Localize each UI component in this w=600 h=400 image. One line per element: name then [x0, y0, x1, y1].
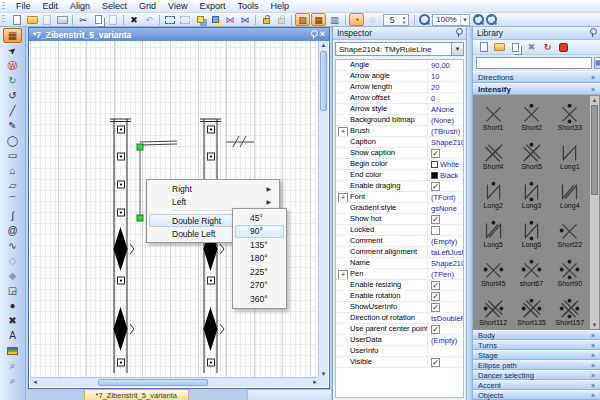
s-curve-tool[interactable]: ∫: [3, 208, 22, 223]
property-value[interactable]: ✓: [428, 292, 463, 301]
copy-button[interactable]: [91, 13, 105, 26]
library-item-long6[interactable]: Long6: [512, 214, 550, 253]
unlock-button[interactable]: [274, 13, 288, 26]
property-row-userdata[interactable]: UserData(Empty): [336, 335, 463, 346]
ellipse-tool[interactable]: ◯: [3, 133, 22, 148]
pin-icon[interactable]: [310, 30, 317, 39]
menu-help[interactable]: Help: [264, 0, 295, 12]
property-row-end-color[interactable]: End colorBlack: [336, 170, 463, 181]
library-section-turns[interactable]: Turns»: [473, 340, 600, 350]
property-row-background-bitmap[interactable]: Background bitmap(None): [336, 115, 463, 126]
dot-tool[interactable]: ●: [3, 298, 22, 313]
object-selector-combo[interactable]: Shape2104: TMyRuleLine ▼: [335, 42, 464, 56]
menu-align[interactable]: Align: [64, 0, 96, 12]
zoom-level-select[interactable]: 100% ▼: [432, 14, 470, 26]
new-item-button[interactable]: [477, 41, 490, 54]
property-value[interactable]: Black: [428, 171, 463, 180]
property-value[interactable]: 0: [428, 94, 463, 103]
menu-view[interactable]: View: [162, 0, 193, 12]
property-value[interactable]: (Empty): [428, 336, 463, 345]
print-button[interactable]: [55, 13, 69, 26]
menu-tools[interactable]: Tools: [231, 0, 264, 12]
chevron-down-icon[interactable]: ▼: [451, 43, 463, 55]
angle-item-45[interactable]: 45°: [235, 211, 284, 225]
library-item-long1[interactable]: Long1: [551, 136, 589, 175]
library-item-long2[interactable]: Long2: [474, 175, 512, 214]
rotate-tool[interactable]: ↻: [3, 73, 22, 88]
flip-horizontal-button[interactable]: ⋈: [223, 13, 237, 26]
property-row-arrow-length[interactable]: Arrow length20: [336, 82, 463, 93]
bring-to-front-button[interactable]: [193, 13, 207, 26]
property-value[interactable]: ✓: [428, 303, 463, 312]
zoom-out-button[interactable]: −: [485, 13, 497, 26]
menu-export[interactable]: Export: [193, 0, 231, 12]
select-marquee-button[interactable]: [163, 13, 177, 26]
property-value[interactable]: 10: [428, 72, 463, 81]
size-spinner[interactable]: 5 ▴▾: [383, 14, 409, 26]
new-button[interactable]: [10, 13, 24, 26]
zoom-in-button[interactable]: +: [472, 13, 484, 26]
library-item-short2[interactable]: Short2: [512, 97, 550, 136]
menu-edit[interactable]: Edit: [37, 0, 65, 12]
library-section-objects[interactable]: Objects»: [473, 390, 600, 400]
property-value[interactable]: ANone: [428, 105, 463, 114]
zoom-icon[interactable]: [418, 13, 430, 26]
grid-tool[interactable]: ▦: [3, 28, 22, 43]
pointer-toggle[interactable]: ◌: [365, 13, 380, 26]
property-value[interactable]: 20: [428, 83, 463, 92]
property-row-use-parent-center-point[interactable]: Use parent center point✓: [336, 324, 463, 335]
property-value[interactable]: Shape2104: [428, 259, 463, 268]
library-item-short33[interactable]: Short33: [551, 97, 589, 136]
freeform-tool[interactable]: ▱: [3, 178, 22, 193]
library-item-short5[interactable]: Short5: [512, 136, 550, 175]
document-tab-inactive[interactable]: [247, 389, 332, 400]
send-to-back-button[interactable]: [208, 13, 222, 26]
figure-alt-tool[interactable]: ◆: [3, 268, 22, 283]
angle-item-225[interactable]: 225°: [235, 265, 284, 279]
library-item-short157[interactable]: Short157: [551, 292, 589, 330]
library-section-ellipse-path[interactable]: Ellipse path»: [473, 360, 600, 370]
library-section-directions[interactable]: Directions»: [473, 71, 600, 83]
library-section-body[interactable]: Body»: [473, 330, 600, 340]
checkbox-icon[interactable]: ✓: [431, 281, 440, 290]
library-item-short45[interactable]: Short45: [474, 253, 512, 292]
property-row-locked[interactable]: Locked: [336, 225, 463, 236]
menu-select[interactable]: Select: [96, 0, 133, 12]
property-row-comment[interactable]: Comment(Empty): [336, 236, 463, 247]
property-row-caption[interactable]: CaptionShape2104: [336, 137, 463, 148]
scroll-up-icon[interactable]: ▲: [319, 42, 328, 48]
flip-vertical-button[interactable]: ⋈: [238, 13, 252, 26]
property-row-show-caption[interactable]: Show caption✓: [336, 148, 463, 159]
library-item-short112[interactable]: Short112: [474, 292, 512, 330]
open-library-button[interactable]: [493, 41, 506, 54]
property-row-show-hot[interactable]: Show hot✓: [336, 214, 463, 225]
open-button[interactable]: [25, 13, 39, 26]
paste-button[interactable]: [106, 13, 120, 26]
scroll-down-icon[interactable]: ▼: [590, 322, 599, 328]
line-tool[interactable]: ╱: [3, 103, 22, 118]
property-row-angle[interactable]: Angle90,00: [336, 60, 463, 71]
property-row-arrow-style[interactable]: Arrow styleANone: [336, 104, 463, 115]
vertical-scroll-thumb[interactable]: [320, 51, 327, 111]
figure-tool[interactable]: ◇: [3, 253, 22, 268]
library-scrollbar[interactable]: ▲ ▼: [590, 96, 599, 329]
property-row-userinfo[interactable]: UserInfo: [336, 346, 463, 357]
library-item-short90[interactable]: Short90: [551, 253, 589, 292]
context-item-left[interactable]: Left▶: [149, 195, 277, 208]
library-scroll-thumb[interactable]: [591, 105, 598, 195]
hand-tool[interactable]: ➤: [3, 43, 22, 58]
lock-button[interactable]: [259, 13, 273, 26]
property-value[interactable]: (Empty): [428, 237, 463, 246]
library-item-long3[interactable]: Long3: [512, 175, 550, 214]
scroll-up-icon[interactable]: ▲: [590, 97, 599, 103]
property-row-arrow-offset[interactable]: Arrow offset0: [336, 93, 463, 104]
property-value[interactable]: [428, 226, 463, 235]
import-button[interactable]: [509, 41, 522, 54]
refresh-button[interactable]: ↻: [541, 41, 554, 54]
spinner-updown-icon[interactable]: ▴▾: [400, 15, 408, 25]
checkbox-icon[interactable]: ✓: [431, 303, 440, 312]
property-row-enable-rotation[interactable]: Enable rotation✓: [336, 291, 463, 302]
property-row-arrow-angle[interactable]: Arrow angle10: [336, 71, 463, 82]
rotation-toggle[interactable]: ◔: [349, 13, 364, 26]
pin-icon[interactable]: [589, 28, 596, 38]
